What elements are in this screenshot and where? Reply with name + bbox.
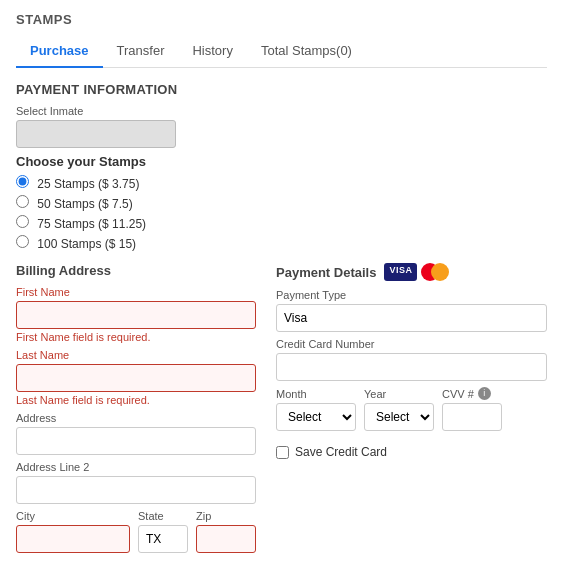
card-number-label: Credit Card Number [276, 338, 547, 350]
tab-history[interactable]: History [178, 35, 246, 68]
select-inmate-label: Select Inmate [16, 105, 547, 117]
month-label: Month [276, 388, 356, 400]
payment-type-input[interactable] [276, 304, 547, 332]
cvv-group: CVV # i [442, 387, 502, 431]
address2-label: Address Line 2 [16, 461, 256, 473]
stamp-option-25[interactable]: 25 Stamps ($ 3.75) [16, 175, 547, 191]
info-icon[interactable]: i [478, 387, 491, 400]
first-name-label: First Name [16, 286, 256, 298]
stamp-radio-25[interactable] [16, 175, 29, 188]
visa-icon: VISA [384, 263, 417, 281]
city-state-zip-row: City State Zip [16, 510, 256, 559]
year-select[interactable]: Select 2024 2025 2026 2027 2028 [364, 403, 434, 431]
cvv-label-row: CVV # i [442, 387, 502, 400]
cvv-label: CVV # [442, 388, 474, 400]
tab-total[interactable]: Total Stamps(0) [247, 35, 366, 68]
first-name-input[interactable] [16, 301, 256, 329]
last-name-input[interactable] [16, 364, 256, 392]
choose-stamps-label: Choose your Stamps [16, 154, 547, 169]
stamp-radio-100[interactable] [16, 235, 29, 248]
page-wrapper: STAMPS Purchase Transfer History Total S… [0, 0, 563, 578]
first-name-group: First Name First Name field is required. [16, 286, 256, 343]
first-name-error: First Name field is required. [16, 331, 256, 343]
city-group: City [16, 510, 130, 553]
last-name-error: Last Name field is required. [16, 394, 256, 406]
zip-label: Zip [196, 510, 256, 522]
two-col-layout: Billing Address First Name First Name fi… [16, 263, 547, 559]
select-inmate-input[interactable] [16, 120, 176, 148]
stamp-radio-50[interactable] [16, 195, 29, 208]
month-select[interactable]: Select 01 02 03 04 05 06 07 08 09 10 11 … [276, 403, 356, 431]
stamp-option-50[interactable]: 50 Stamps ($ 7.5) [16, 195, 547, 211]
address-label: Address [16, 412, 256, 424]
last-name-group: Last Name Last Name field is required. [16, 349, 256, 406]
stamp-options: 25 Stamps ($ 3.75) 50 Stamps ($ 7.5) 75 … [16, 175, 547, 251]
stamp-option-75[interactable]: 75 Stamps ($ 11.25) [16, 215, 547, 231]
billing-title: Billing Address [16, 263, 256, 278]
state-input[interactable] [138, 525, 188, 553]
payment-info-title: PAYMENT INFORMATION [16, 82, 547, 97]
last-name-label: Last Name [16, 349, 256, 361]
stamp-option-100[interactable]: 100 Stamps ($ 15) [16, 235, 547, 251]
month-group: Month Select 01 02 03 04 05 06 07 08 09 … [276, 388, 356, 431]
card-number-input[interactable] [276, 353, 547, 381]
zip-input[interactable] [196, 525, 256, 553]
city-label: City [16, 510, 130, 522]
tab-transfer[interactable]: Transfer [103, 35, 179, 68]
address2-input[interactable] [16, 476, 256, 504]
address2-group: Address Line 2 [16, 461, 256, 504]
select-inmate-group: Select Inmate [16, 105, 547, 148]
cvv-input[interactable] [442, 403, 502, 431]
card-number-group: Credit Card Number [276, 338, 547, 381]
address-input[interactable] [16, 427, 256, 455]
state-label: State [138, 510, 188, 522]
year-group: Year Select 2024 2025 2026 2027 2028 [364, 388, 434, 431]
payment-type-label: Payment Type [276, 289, 547, 301]
payment-header: Payment Details VISA [276, 263, 547, 281]
month-year-cvv-row: Month Select 01 02 03 04 05 06 07 08 09 … [276, 387, 547, 437]
state-group: State [138, 510, 188, 553]
payment-type-group: Payment Type [276, 289, 547, 332]
stamp-radio-75[interactable] [16, 215, 29, 228]
save-card-row: Save Credit Card [276, 445, 547, 459]
save-card-label: Save Credit Card [295, 445, 387, 459]
tab-purchase[interactable]: Purchase [16, 35, 103, 68]
city-input[interactable] [16, 525, 130, 553]
payment-col: Payment Details VISA Payment Type Credit… [276, 263, 547, 559]
billing-col: Billing Address First Name First Name fi… [16, 263, 256, 559]
address-group: Address [16, 412, 256, 455]
year-label: Year [364, 388, 434, 400]
tabs-bar: Purchase Transfer History Total Stamps(0… [16, 35, 547, 68]
zip-group: Zip [196, 510, 256, 553]
payment-icons: VISA [384, 263, 449, 281]
save-card-checkbox[interactable] [276, 446, 289, 459]
page-title: STAMPS [16, 12, 547, 27]
mastercard-icon [421, 263, 449, 281]
payment-details-title: Payment Details [276, 265, 376, 280]
